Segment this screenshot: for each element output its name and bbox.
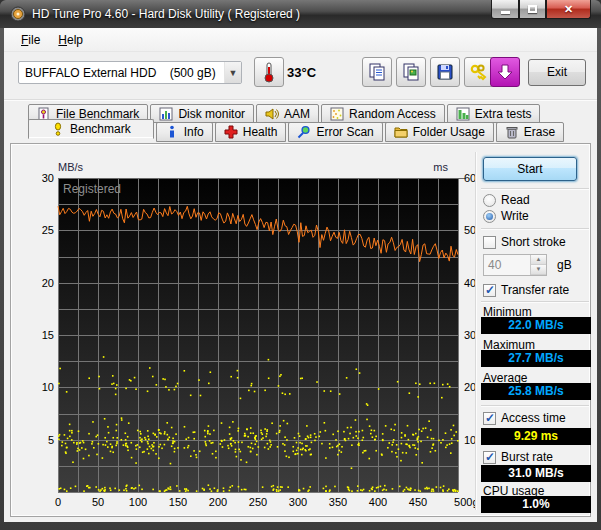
svg-text:450: 450 bbox=[409, 496, 427, 508]
transfer-rate-box[interactable] bbox=[483, 284, 496, 297]
copy-image-button[interactable] bbox=[396, 57, 426, 87]
magnifier-icon bbox=[297, 125, 311, 139]
copy-text-button[interactable] bbox=[362, 57, 392, 87]
svg-text:300: 300 bbox=[289, 496, 307, 508]
short-stroke-box[interactable] bbox=[483, 236, 496, 249]
copy-image-icon bbox=[401, 62, 421, 82]
benchmark-controls: Start Read Write Short stroke 40 ▲ bbox=[481, 144, 591, 516]
drive-select[interactable]: BUFFALO External HDD (500 gB) ▼ bbox=[18, 61, 242, 84]
separator bbox=[481, 228, 589, 230]
minimize-button[interactable] bbox=[491, 0, 519, 19]
short-stroke-checkbox[interactable]: Short stroke bbox=[483, 235, 566, 249]
separator bbox=[481, 405, 589, 407]
svg-text:60: 60 bbox=[464, 172, 475, 184]
svg-text:15: 15 bbox=[42, 329, 54, 341]
svg-text:Registered: Registered bbox=[63, 182, 121, 196]
burst-rate-checkbox[interactable]: Burst rate bbox=[483, 450, 553, 464]
access-time-box[interactable] bbox=[483, 412, 496, 425]
keys-icon bbox=[468, 61, 490, 83]
temperature-button[interactable] bbox=[254, 57, 284, 87]
speaker-icon bbox=[265, 107, 279, 121]
minimum-value: 22.0 MB/s bbox=[481, 317, 591, 334]
window-title: HD Tune Pro 4.60 - Hard Disk Utility ( R… bbox=[32, 7, 300, 21]
short-stroke-size-spinner[interactable]: 40 ▲▼ bbox=[483, 254, 547, 276]
cpu-usage-value: 1.0% bbox=[481, 496, 591, 513]
save-button[interactable] bbox=[430, 57, 460, 87]
tab-health[interactable]: Health bbox=[215, 122, 287, 142]
benchmark-icon bbox=[51, 122, 65, 136]
svg-text:10: 10 bbox=[464, 434, 475, 446]
svg-text:MB/s: MB/s bbox=[58, 161, 84, 173]
svg-text:20: 20 bbox=[464, 381, 475, 393]
tab-info[interactable]: Info bbox=[156, 122, 213, 142]
close-icon: ✕ bbox=[564, 3, 573, 16]
temperature-value: 33°C bbox=[287, 65, 316, 80]
menu-help[interactable]: Help bbox=[49, 30, 92, 50]
svg-text:5: 5 bbox=[48, 434, 54, 446]
spinner-up-icon[interactable]: ▲ bbox=[531, 255, 546, 265]
title-bar[interactable]: HD Tune Pro 4.60 - Hard Disk Utility ( R… bbox=[0, 0, 601, 28]
drive-select-value: BUFFALO External HDD (500 gB) bbox=[19, 66, 224, 80]
read-radio[interactable]: Read bbox=[483, 193, 530, 207]
minimize-icon bbox=[501, 11, 510, 14]
svg-text:20: 20 bbox=[42, 277, 54, 289]
svg-text:30: 30 bbox=[464, 329, 475, 341]
svg-text:30: 30 bbox=[42, 172, 54, 184]
burst-rate-value: 31.0 MB/s bbox=[481, 465, 591, 482]
exit-button[interactable]: Exit bbox=[528, 59, 586, 86]
random-access-icon bbox=[330, 107, 344, 121]
svg-text:350: 350 bbox=[329, 496, 347, 508]
svg-text:10: 10 bbox=[42, 381, 54, 393]
health-cross-icon bbox=[224, 125, 238, 139]
tab-extra-tests[interactable]: Extra tests bbox=[447, 104, 541, 123]
maximize-icon bbox=[528, 5, 537, 13]
tab-random-access[interactable]: Random Access bbox=[321, 104, 445, 123]
app-icon bbox=[10, 6, 26, 22]
info-icon bbox=[165, 125, 179, 139]
update-button[interactable] bbox=[490, 57, 520, 87]
separator bbox=[481, 188, 589, 190]
panel-divider bbox=[475, 152, 476, 510]
maximum-value: 27.7 MB/s bbox=[481, 350, 591, 367]
svg-text:40: 40 bbox=[464, 277, 475, 289]
transfer-rate-checkbox[interactable]: Transfer rate bbox=[483, 283, 569, 297]
tab-disk-monitor[interactable]: Disk monitor bbox=[150, 104, 254, 123]
access-time-checkbox[interactable]: Access time bbox=[483, 411, 566, 425]
tab-benchmark[interactable]: Benchmark bbox=[28, 119, 154, 139]
tab-strip: File Benchmark Disk monitor AAM Random A… bbox=[4, 101, 597, 142]
maximize-button[interactable] bbox=[519, 0, 546, 19]
tab-folder-usage[interactable]: Folder Usage bbox=[385, 122, 494, 142]
menu-file[interactable]: File bbox=[12, 30, 49, 50]
svg-text:400: 400 bbox=[369, 496, 387, 508]
extra-tests-icon bbox=[456, 107, 470, 121]
start-button[interactable]: Start bbox=[483, 157, 577, 181]
spinner-value: 40 bbox=[484, 255, 530, 275]
read-radio-circle[interactable] bbox=[483, 194, 496, 207]
write-radio[interactable]: Write bbox=[483, 209, 529, 223]
tab-erase[interactable]: Erase bbox=[496, 122, 564, 142]
chevron-down-icon: ▼ bbox=[224, 62, 241, 83]
access-time-value: 9.29 ms bbox=[481, 428, 591, 445]
chart-canvas: MB/sms5101520253010203040506005010015020… bbox=[33, 155, 475, 511]
svg-text:25: 25 bbox=[42, 224, 54, 236]
tab-aam[interactable]: AAM bbox=[256, 104, 319, 123]
write-radio-circle[interactable] bbox=[483, 210, 496, 223]
client-area: File Help BUFFALO External HDD (500 gB) … bbox=[4, 28, 597, 522]
benchmark-panel: MB/sms5101520253010203040506005010015020… bbox=[10, 143, 591, 517]
svg-text:250: 250 bbox=[249, 496, 267, 508]
svg-text:150: 150 bbox=[169, 496, 187, 508]
menu-bar: File Help bbox=[4, 28, 597, 52]
spinner-down-icon[interactable]: ▼ bbox=[531, 265, 546, 275]
down-arrow-icon bbox=[496, 63, 514, 81]
benchmark-chart: MB/sms5101520253010203040506005010015020… bbox=[33, 155, 475, 515]
copy-text-icon bbox=[367, 62, 387, 82]
close-button[interactable]: ✕ bbox=[546, 0, 591, 19]
trash-icon bbox=[505, 125, 519, 139]
disk-monitor-icon bbox=[159, 107, 173, 121]
tab-error-scan[interactable]: Error Scan bbox=[288, 122, 382, 142]
svg-text:0: 0 bbox=[55, 496, 61, 508]
svg-text:50: 50 bbox=[92, 496, 104, 508]
separator bbox=[481, 301, 589, 303]
svg-text:50: 50 bbox=[464, 224, 475, 236]
burst-rate-box[interactable] bbox=[483, 451, 496, 464]
